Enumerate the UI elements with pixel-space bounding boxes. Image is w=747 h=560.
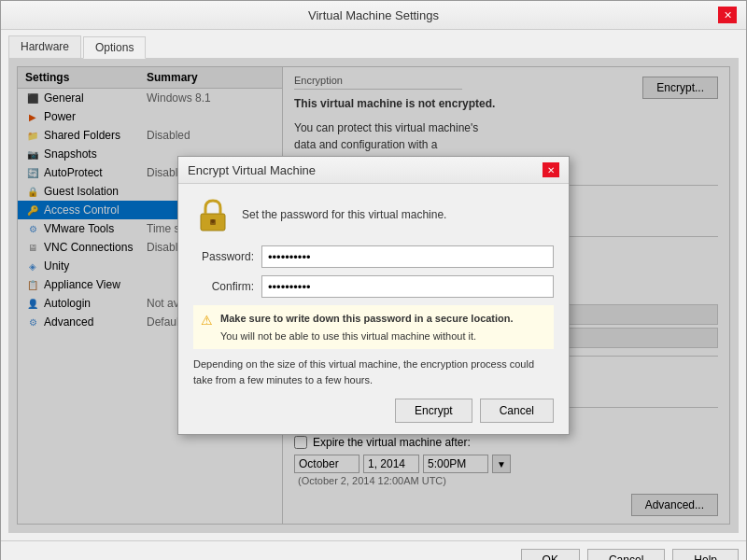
lock-icon	[193, 195, 233, 234]
dialog-encrypt-button[interactable]: Encrypt	[395, 399, 472, 423]
dialog-title-bar: Encrypt Virtual Machine ✕	[178, 157, 569, 184]
svg-point-2	[211, 219, 215, 223]
bottom-bar: OK Cancel Help	[1, 540, 746, 560]
main-window: Virtual Machine Settings ✕ Hardware Opti…	[0, 0, 747, 560]
cancel-button[interactable]: Cancel	[587, 549, 665, 560]
confirm-label: Confirm:	[193, 280, 254, 293]
warning-text-line2: You will not be able to use this virtual…	[220, 329, 514, 344]
encrypt-dialog: Encrypt Virtual Machine ✕	[177, 156, 570, 435]
content-area: Settings Summary ⬛ General Windows 8.1 ▶…	[8, 58, 739, 533]
dialog-header-row: Set the password for this virtual machin…	[193, 195, 554, 234]
tab-hardware[interactable]: Hardware	[8, 35, 81, 58]
info-text: Depending on the size of this virtual ma…	[193, 357, 554, 387]
dialog-cancel-button[interactable]: Cancel	[480, 399, 554, 423]
confirm-row: Confirm:	[193, 275, 554, 298]
password-input[interactable]	[261, 245, 554, 268]
dialog-overlay: Encrypt Virtual Machine ✕	[9, 59, 738, 532]
warning-text-line1: Make sure to write down this password in…	[220, 311, 514, 327]
dialog-buttons: Encrypt Cancel	[193, 399, 554, 423]
password-row: Password:	[193, 245, 554, 268]
warning-icon: ⚠	[201, 311, 213, 330]
tab-bar: Hardware Options	[1, 30, 746, 58]
window-close-button[interactable]: ✕	[718, 7, 737, 23]
dialog-close-button[interactable]: ✕	[543, 162, 559, 177]
tab-options[interactable]: Options	[83, 36, 146, 59]
title-bar: Virtual Machine Settings ✕	[1, 1, 746, 30]
dialog-header-text: Set the password for this virtual machin…	[242, 208, 446, 221]
dialog-title: Encrypt Virtual Machine	[188, 163, 316, 177]
help-button[interactable]: Help	[672, 549, 739, 560]
dialog-body: Set the password for this virtual machin…	[178, 184, 569, 434]
confirm-input[interactable]	[261, 275, 554, 298]
warning-box: ⚠ Make sure to write down this password …	[193, 305, 554, 349]
ok-button[interactable]: OK	[521, 549, 580, 560]
window-title: Virtual Machine Settings	[29, 8, 718, 22]
password-label: Password:	[193, 250, 254, 263]
